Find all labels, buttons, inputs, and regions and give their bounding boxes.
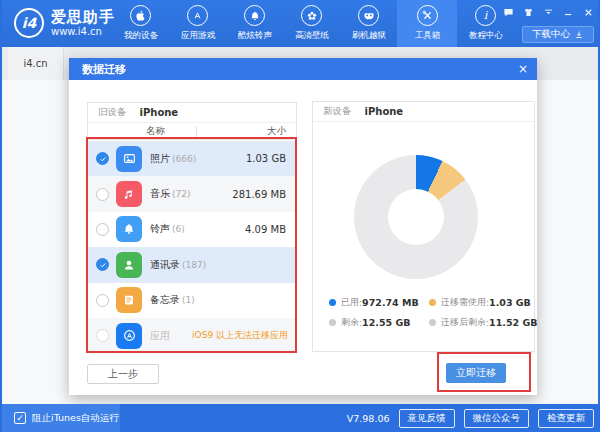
nav-my-devices[interactable]: 我的设备	[112, 0, 169, 47]
list-item-memos[interactable]: 备忘录(1)	[88, 283, 296, 318]
list-item-ringtones[interactable]: 铃声(6) 4.09 MB	[88, 212, 296, 247]
new-device-label: 新设备	[323, 105, 352, 118]
list-item-apps: 应用 iOS9 以上无法迁移应用	[88, 318, 296, 353]
new-device-panel: 新设备 iPhone 已用 : 972.74 MB 迁移需使用 : 1.03 G…	[312, 101, 535, 352]
checkbox-unchecked-icon[interactable]	[96, 294, 109, 307]
checkbox-unchecked-icon[interactable]	[96, 223, 109, 236]
download-center-button[interactable]: 下载中心	[522, 26, 594, 43]
window-controls	[503, 7, 594, 18]
app-title: 爱思助手	[51, 9, 115, 26]
logo-i4-icon: i4	[14, 8, 44, 38]
bell-icon	[244, 5, 265, 26]
migrate-now-button[interactable]: 立即迁移	[446, 363, 506, 383]
list-item-contacts[interactable]: 通讯录(187)	[88, 247, 296, 282]
apps-migration-warning: iOS9 以上无法迁移应用	[192, 329, 288, 342]
feedback-button[interactable]: 意见反馈	[399, 409, 455, 428]
nav-wallpapers[interactable]: 高清壁纸	[283, 0, 340, 47]
app-subtitle: www.i4.cn	[51, 26, 115, 38]
list-item-music[interactable]: 音乐(72) 281.69 MB	[88, 176, 296, 211]
old-device-label: 旧设备	[98, 106, 127, 119]
photos-icon	[116, 146, 142, 172]
apps-icon	[116, 323, 142, 349]
wechat-account-button[interactable]: 微信公众号	[464, 409, 530, 428]
back-button[interactable]: 上一步	[87, 364, 159, 384]
info-icon: i	[475, 5, 496, 26]
ringtone-bell-icon	[116, 216, 142, 242]
old-device-panel: 旧设备 iPhone 名称 大小 照片(666) 1.03 GB	[87, 102, 297, 352]
storage-donut-chart	[354, 155, 478, 279]
contacts-icon	[116, 252, 142, 278]
app-logo: i4 爱思助手 www.i4.cn	[14, 8, 115, 38]
flower-icon	[301, 5, 322, 26]
legend-used: 已用 : 972.74 MB	[329, 296, 429, 309]
memo-icon	[116, 287, 142, 313]
nav-ringtones[interactable]: 酷炫铃声	[226, 0, 283, 47]
toolbox-icon	[417, 5, 438, 26]
music-icon	[116, 181, 142, 207]
appstore-icon	[187, 5, 208, 26]
tab-i4cn[interactable]: i4.cn	[8, 47, 64, 80]
itunes-block-option[interactable]: ✓ 阻止iTunes自动运行	[2, 404, 120, 432]
column-name: 名称	[146, 125, 165, 138]
status-bar: ✓ 阻止iTunes自动运行 V7.98.06 意见反馈 微信公众号 检查更新	[2, 404, 600, 432]
list-column-header: 名称 大小	[88, 123, 296, 140]
close-icon[interactable]	[583, 7, 594, 18]
download-icon	[574, 30, 584, 40]
dialog-header: 数据迁移 ×	[69, 58, 537, 80]
legend-free-after: 迁移后剩余 : 11.52 GB	[429, 316, 537, 329]
checkbox-unchecked-icon[interactable]	[96, 188, 109, 201]
itunes-checkbox-label: 阻止iTunes自动运行	[32, 412, 119, 425]
storage-legend: 已用 : 972.74 MB 迁移需使用 : 1.03 GB 剩余 : 12.5…	[329, 296, 524, 329]
migration-item-list: 照片(666) 1.03 GB 音乐(72) 281.69 MB	[88, 141, 296, 353]
nav-app-games[interactable]: 应用游戏	[169, 0, 226, 47]
item-size: 4.09 MB	[245, 224, 286, 235]
apple-icon	[130, 5, 151, 26]
data-migration-dialog: 数据迁移 × 旧设备 iPhone 名称 大小	[69, 58, 537, 395]
menu-dropdown-icon[interactable]	[543, 7, 554, 18]
minimize-icon[interactable]	[563, 7, 574, 18]
list-item-photos[interactable]: 照片(666) 1.03 GB	[88, 141, 296, 176]
legend-needed: 迁移需使用 : 1.03 GB	[429, 296, 537, 309]
checkbox-disabled-icon	[96, 329, 109, 342]
old-device-name: iPhone	[140, 107, 179, 118]
dialog-close-icon[interactable]: ×	[515, 61, 531, 77]
dialog-title: 数据迁移	[82, 62, 126, 77]
main-nav: 我的设备 应用游戏 酷炫铃声 高清壁纸	[112, 0, 514, 47]
checkbox-checked-icon[interactable]: ✓	[14, 412, 26, 424]
theme-shirt-icon[interactable]	[523, 7, 534, 18]
new-device-name: iPhone	[365, 106, 404, 117]
nav-jailbreak[interactable]: 刷机越狱	[340, 0, 397, 47]
item-size: 1.03 GB	[246, 153, 286, 164]
legend-free: 剩余 : 12.55 GB	[329, 316, 429, 329]
item-size: 281.69 MB	[232, 189, 286, 200]
mask-icon	[358, 5, 379, 26]
check-update-button[interactable]: 检查更新	[538, 409, 594, 428]
checkbox-checked-icon[interactable]	[96, 152, 109, 165]
feedback-bubble-icon[interactable]	[503, 7, 514, 18]
checkbox-checked-icon[interactable]	[96, 258, 109, 271]
version-label: V7.98.06	[347, 413, 390, 424]
app-window: i4 爱思助手 www.i4.cn 我的设备 应用游戏	[0, 0, 600, 432]
top-toolbar: i4 爱思助手 www.i4.cn 我的设备 应用游戏	[2, 0, 600, 47]
column-size: 大小	[267, 125, 286, 138]
nav-toolbox[interactable]: 工具箱	[397, 0, 457, 47]
